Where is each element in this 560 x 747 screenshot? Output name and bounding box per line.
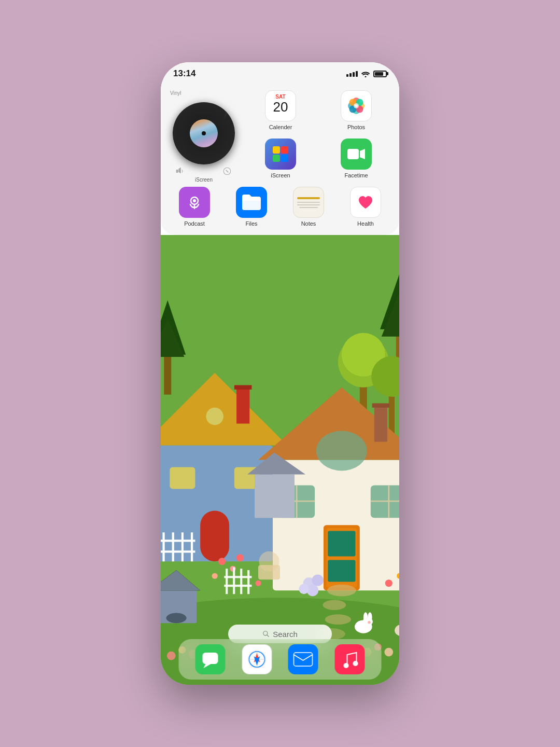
app-files[interactable]: Files bbox=[225, 187, 278, 227]
vinyl-label: Vinyl bbox=[170, 90, 181, 96]
app-label-files: Files bbox=[245, 220, 257, 227]
vinyl-center bbox=[202, 131, 206, 135]
notes-line-2 bbox=[297, 204, 320, 205]
iscreen-icon bbox=[271, 144, 290, 164]
wifi-icon bbox=[361, 71, 370, 77]
app-label-iscreen: iScreen bbox=[271, 172, 290, 178]
svg-rect-114 bbox=[240, 569, 242, 594]
svg-point-118 bbox=[167, 652, 176, 660]
svg-rect-60 bbox=[191, 532, 193, 561]
svg-rect-128 bbox=[202, 653, 218, 664]
svg-point-89 bbox=[218, 558, 226, 565]
svg-point-103 bbox=[363, 612, 368, 622]
svg-rect-52 bbox=[200, 510, 229, 561]
search-placeholder: Search bbox=[273, 630, 298, 639]
svg-rect-79 bbox=[255, 474, 295, 518]
svg-point-137 bbox=[344, 663, 349, 668]
status-time: 13:14 bbox=[173, 68, 195, 79]
widget-area: Vinyl bbox=[161, 85, 399, 235]
volume-icon bbox=[176, 167, 185, 176]
svg-line-127 bbox=[267, 635, 269, 637]
svg-rect-66 bbox=[372, 403, 390, 407]
shuffle-icon bbox=[222, 167, 232, 176]
svg-point-100 bbox=[299, 584, 309, 594]
svg-rect-12 bbox=[273, 146, 280, 154]
svg-rect-69 bbox=[328, 531, 355, 557]
vinyl-record bbox=[173, 102, 235, 164]
svg-point-92 bbox=[212, 573, 218, 579]
app-label-health: Health bbox=[357, 220, 374, 227]
svg-rect-16 bbox=[347, 149, 359, 159]
svg-point-93 bbox=[255, 580, 261, 586]
svg-rect-136 bbox=[294, 653, 313, 666]
svg-point-94 bbox=[385, 579, 393, 587]
svg-point-105 bbox=[368, 621, 371, 624]
app-label-podcast: Podcast bbox=[184, 220, 205, 227]
phone-frame: 13:14 bbox=[161, 62, 399, 685]
app-iscreen[interactable]: iScreen bbox=[245, 139, 316, 183]
svg-point-138 bbox=[353, 661, 358, 666]
svg-point-83 bbox=[325, 614, 351, 625]
app-photos[interactable]: Photos bbox=[320, 90, 392, 134]
dock bbox=[179, 639, 382, 680]
search-icon bbox=[262, 630, 270, 638]
app-notes[interactable]: Notes bbox=[282, 187, 335, 227]
svg-rect-62 bbox=[161, 550, 195, 552]
app-label-facetime: Facetime bbox=[344, 172, 368, 178]
mail-icon bbox=[293, 652, 313, 667]
svg-rect-50 bbox=[236, 388, 249, 424]
signal-icon bbox=[346, 71, 358, 77]
vinyl-widget[interactable]: Vinyl bbox=[168, 90, 240, 183]
dock-messages[interactable] bbox=[195, 644, 225, 674]
svg-marker-129 bbox=[203, 664, 211, 668]
battery-icon bbox=[373, 71, 387, 77]
app-facetime[interactable]: Facetime bbox=[320, 139, 392, 183]
safari-icon bbox=[246, 649, 267, 670]
dock-mail[interactable] bbox=[288, 644, 318, 674]
wallpaper-area: Search bbox=[161, 235, 399, 685]
svg-point-111 bbox=[259, 551, 279, 572]
svg-point-19 bbox=[193, 199, 196, 202]
svg-rect-116 bbox=[224, 576, 251, 578]
svg-rect-65 bbox=[374, 406, 387, 442]
svg-rect-14 bbox=[273, 155, 280, 162]
bottom-app-row: Podcast Files bbox=[168, 187, 392, 227]
svg-point-104 bbox=[368, 612, 372, 622]
svg-point-81 bbox=[327, 585, 356, 596]
vinyl-album-art bbox=[190, 119, 218, 147]
dock-safari[interactable] bbox=[242, 644, 272, 674]
svg-rect-113 bbox=[233, 567, 235, 594]
notes-line-3 bbox=[299, 207, 318, 208]
app-calendar[interactable]: SAT 20 Calender bbox=[245, 90, 316, 134]
iscreen-label-vinyl: iScreen bbox=[195, 177, 213, 183]
svg-rect-70 bbox=[328, 560, 355, 582]
svg-marker-17 bbox=[360, 149, 365, 159]
notes-header-line bbox=[297, 197, 320, 199]
svg-rect-61 bbox=[161, 540, 195, 542]
notes-line-1 bbox=[297, 202, 320, 203]
svg-point-123 bbox=[384, 648, 393, 657]
svg-rect-13 bbox=[281, 146, 288, 154]
svg-line-2 bbox=[226, 170, 229, 173]
svg-rect-58 bbox=[172, 532, 174, 561]
svg-point-98 bbox=[312, 574, 324, 586]
svg-point-11 bbox=[354, 103, 359, 108]
app-health[interactable]: Health bbox=[339, 187, 392, 227]
svg-point-88 bbox=[166, 613, 186, 624]
health-icon bbox=[356, 192, 375, 212]
app-label-calendar: Calender bbox=[269, 124, 292, 130]
svg-rect-53 bbox=[170, 467, 195, 489]
svg-rect-115 bbox=[247, 570, 249, 594]
dock-music[interactable] bbox=[335, 644, 365, 674]
svg-point-82 bbox=[323, 600, 346, 610]
podcast-icon bbox=[185, 193, 204, 212]
vinyl-needle bbox=[222, 102, 232, 122]
svg-rect-0 bbox=[176, 170, 178, 173]
svg-rect-112 bbox=[226, 569, 228, 594]
cal-date: 20 bbox=[273, 100, 288, 115]
app-label-notes: Notes bbox=[301, 220, 316, 227]
app-label-photos: Photos bbox=[347, 124, 365, 130]
photos-icon bbox=[344, 94, 368, 118]
village-scene bbox=[161, 235, 399, 685]
app-podcast[interactable]: Podcast bbox=[168, 187, 221, 227]
